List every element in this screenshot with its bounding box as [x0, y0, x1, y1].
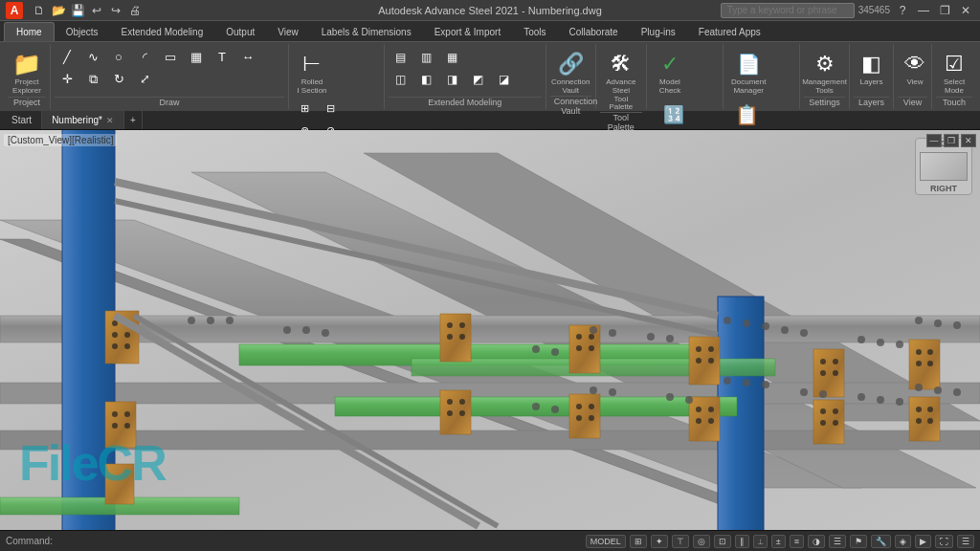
dyn-toggle[interactable]: ± — [771, 535, 786, 548]
tab-extended-modeling[interactable]: Extended Modeling — [110, 22, 215, 41]
dim-tool[interactable]: ↔ — [235, 46, 260, 67]
new-button[interactable]: 🗋 — [31, 2, 48, 19]
ext-tool-1[interactable]: ▤ — [389, 46, 413, 67]
document-tabs: Start Numbering* ✕ + — [0, 111, 980, 130]
ext-tool-4[interactable]: ◫ — [389, 68, 413, 89]
model-check-button[interactable]: ✓ ModelCheck — [651, 46, 689, 96]
arc-tool[interactable]: ◜ — [132, 46, 157, 67]
ext-tool-3[interactable]: ▦ — [440, 46, 465, 67]
osnap-toggle[interactable]: ⊡ — [714, 535, 731, 548]
connection-vault-button[interactable]: 🔗 ConnectionVault — [550, 46, 591, 96]
hatch-tool[interactable]: ▦ — [184, 46, 209, 67]
autodesk-logo-icon[interactable]: A — [6, 2, 23, 19]
layers-button[interactable]: ◧ Layers — [854, 46, 889, 87]
rotate-tool[interactable]: ↻ — [106, 68, 131, 89]
tab-objects[interactable]: Objects — [55, 22, 110, 41]
svg-point-100 — [896, 341, 903, 348]
viewport-restore-button[interactable]: ❐ — [944, 134, 959, 147]
viewport-close-button[interactable]: ✕ — [961, 134, 976, 147]
tab-plugins[interactable]: Plug-ins — [630, 22, 687, 41]
annotation-monitor[interactable]: ⚑ — [850, 535, 867, 548]
doc-tab-numbering[interactable]: Numbering* ✕ — [42, 111, 124, 129]
doc-tab-start[interactable]: Start — [2, 111, 42, 129]
tab-home[interactable]: Home — [4, 22, 55, 41]
tab-labels-dimensions[interactable]: Labels & Dimensions — [310, 22, 423, 41]
copy-tool[interactable]: ⧉ — [80, 68, 105, 89]
doc-tab-plus[interactable]: + — [124, 111, 143, 129]
tab-output[interactable]: Output — [214, 22, 266, 41]
ortho-toggle[interactable]: ⊤ — [672, 535, 689, 548]
line-tool[interactable]: ╱ — [55, 46, 79, 67]
tab-collaborate[interactable]: Collaborate — [558, 22, 630, 41]
move-tool[interactable]: ✛ — [55, 68, 79, 89]
view-button[interactable]: 👁 View — [898, 46, 932, 87]
svg-point-57 — [576, 404, 582, 409]
scale-tool[interactable]: ⤢ — [132, 68, 157, 89]
rect-tool[interactable]: ▭ — [158, 46, 183, 67]
view-icon: 👁 — [900, 50, 930, 78]
isolate-objects[interactable]: ◈ — [895, 535, 911, 548]
svg-point-34 — [459, 322, 465, 328]
svg-point-85 — [302, 326, 310, 334]
ducs-toggle[interactable]: ⟂ — [753, 535, 768, 548]
document-manager-button[interactable]: 📄 DocumentManager — [727, 46, 769, 96]
viewport[interactable]: [Custom_View][Realistic] FRONT RIGHT Fil… — [0, 130, 980, 530]
svg-point-39 — [576, 345, 582, 351]
tab-export-import[interactable]: Export & Import — [423, 22, 512, 41]
obj-tool-1[interactable]: ⊞ — [293, 97, 318, 118]
rotate-icon: ↻ — [108, 70, 129, 89]
tab-featured-apps[interactable]: Featured Apps — [687, 22, 772, 41]
project-explorer-button[interactable]: 📁 ProjectExplorer — [8, 46, 46, 96]
keyword-search-input[interactable] — [721, 3, 855, 18]
select-mode-button[interactable]: ☑ SelectMode — [936, 46, 972, 96]
customization[interactable]: ☰ — [957, 535, 974, 548]
open-button[interactable]: 📂 — [50, 2, 67, 19]
plot-button[interactable]: 🖨 — [126, 2, 144, 19]
ext-tool-7[interactable]: ◩ — [466, 68, 491, 89]
ribbon-group-documents: 📄 DocumentManager 📋 CreateLists Document… — [724, 44, 800, 109]
circle-tool[interactable]: ○ — [106, 46, 131, 67]
svg-point-64 — [708, 418, 714, 424]
ext-modeling-group-label: Extended Modeling — [389, 97, 542, 109]
ext-tool-8[interactable]: ◪ — [492, 68, 517, 89]
tab-view[interactable]: View — [266, 22, 310, 41]
help-button[interactable]: ? — [894, 2, 911, 19]
svg-point-109 — [685, 396, 693, 404]
ext-row1: ▤ ▥ ▦ — [389, 46, 465, 67]
restore-button[interactable]: ❐ — [936, 2, 953, 19]
save-button[interactable]: 💾 — [69, 2, 86, 19]
advance-steel-tool-palette-button[interactable]: 🛠 Advance SteelTool Palette — [600, 46, 642, 112]
polyline-tool[interactable]: ∿ — [80, 46, 105, 67]
numbering-icon: 🔢 — [658, 100, 689, 129]
clean-screen[interactable]: ⛶ — [935, 535, 953, 548]
snap-toggle[interactable]: ✦ — [651, 535, 668, 548]
document-manager-label: DocumentManager — [731, 78, 766, 96]
title-bar: A 🗋 📂 💾 ↩ ↪ 🖨 Autodesk Advance Steel 202… — [0, 0, 980, 21]
redo-button[interactable]: ↪ — [107, 2, 124, 19]
ext-tool-5[interactable]: ◧ — [414, 68, 439, 89]
minimize-button[interactable]: — — [915, 2, 932, 19]
graphics-perf[interactable]: ▶ — [915, 535, 931, 548]
management-tools-button[interactable]: ⚙ ManagementTools — [804, 46, 845, 96]
grid-toggle[interactable]: ⊞ — [630, 535, 647, 548]
units-icon[interactable]: 🔧 — [871, 535, 891, 548]
otrack-toggle[interactable]: ∥ — [735, 535, 749, 548]
viewport-minimize-button[interactable]: — — [926, 134, 942, 147]
undo-button[interactable]: ↩ — [88, 2, 105, 19]
text-tool[interactable]: T — [210, 46, 234, 67]
doc-tab-numbering-close[interactable]: ✕ — [106, 116, 114, 125]
obj-tool-2[interactable]: ⊟ — [319, 97, 344, 118]
lineweight-toggle[interactable]: ≡ — [790, 535, 804, 548]
polar-toggle[interactable]: ◎ — [693, 535, 710, 548]
model-label[interactable]: MODEL — [586, 535, 626, 548]
selection-cycle[interactable]: ☰ — [829, 535, 846, 548]
tab-tools[interactable]: Tools — [512, 22, 557, 41]
transparency-toggle[interactable]: ◑ — [808, 535, 825, 548]
svg-point-90 — [609, 329, 616, 337]
ext-tool-6[interactable]: ◨ — [440, 68, 465, 89]
close-button[interactable]: ✕ — [957, 2, 974, 19]
rolled-i-section-button[interactable]: ⊢ RolledI Section — [293, 46, 331, 96]
ribbon-group-settings: ⚙ ManagementTools Settings — [800, 44, 850, 109]
ext-tool-2[interactable]: ▥ — [414, 46, 439, 67]
rolled-i-section-label: RolledI Section — [297, 78, 326, 96]
